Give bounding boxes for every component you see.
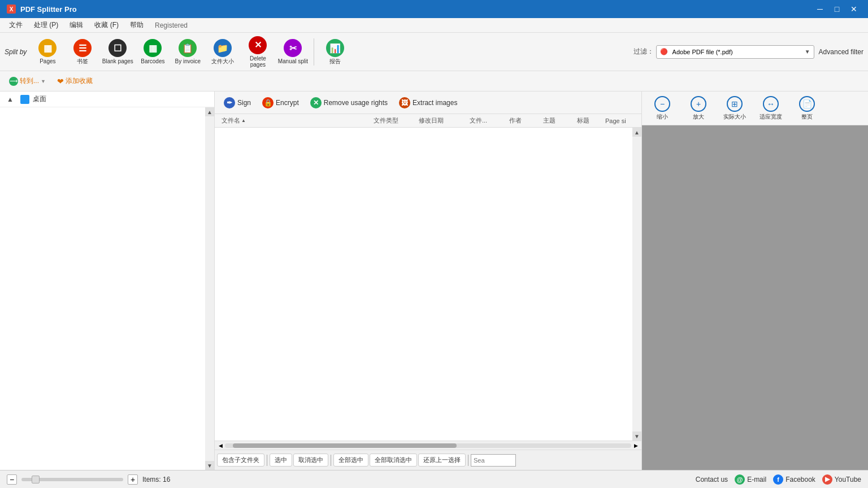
actual-size-icon: ⊞ xyxy=(727,96,743,112)
email-group: @ E-mail xyxy=(735,474,766,485)
toolbar-divider xyxy=(314,38,314,66)
advanced-filter-link[interactable]: Advanced filter xyxy=(819,48,863,56)
col-header-type[interactable]: 文件类型 xyxy=(371,116,416,125)
encrypt-label: Encrypt xyxy=(276,99,299,107)
encrypt-button[interactable]: 🔒 Encrypt xyxy=(258,95,303,111)
menu-help[interactable]: 帮助 xyxy=(125,19,148,31)
manual-split-icon: ✂ xyxy=(284,39,302,57)
close-button[interactable]: ✕ xyxy=(847,3,861,15)
fit-width-icon: ↔ xyxy=(763,96,779,112)
app-icon: X xyxy=(7,5,16,14)
tree-scroll-down-arrow[interactable]: ▼ xyxy=(205,461,214,470)
delete-pages-button[interactable]: ✕ Delete pages xyxy=(241,36,274,68)
file-size-label: 文件大小 xyxy=(211,58,234,64)
add-favorites-button[interactable]: ❤ 添加收藏 xyxy=(53,75,97,88)
by-invoice-button[interactable]: 📋 By invoice xyxy=(171,36,204,68)
list-scroll-down[interactable]: ▼ xyxy=(632,432,641,441)
col-header-subject[interactable]: 主题 xyxy=(541,116,575,125)
minimize-button[interactable]: ─ xyxy=(813,3,827,15)
zoom-slider-thumb[interactable] xyxy=(32,476,40,483)
zoom-slider-minus[interactable]: − xyxy=(7,474,17,485)
actual-size-button[interactable]: ⊞ 实际大小 xyxy=(719,94,750,123)
col-header-author[interactable]: 作者 xyxy=(507,116,541,125)
status-items-label: Items: 16 xyxy=(142,476,170,483)
select-button[interactable]: 选中 xyxy=(270,454,292,467)
tree-scroll-up-arrow[interactable]: ▲ xyxy=(205,107,214,116)
h-scroll-left[interactable]: ◀ xyxy=(216,442,225,450)
h-scroll-thumb[interactable] xyxy=(233,443,456,448)
goto-button[interactable]: ⟶ 转到... ▼ xyxy=(5,75,50,88)
col-pages-text: Page si xyxy=(605,117,626,124)
col-header-title[interactable]: 标题 xyxy=(575,116,603,125)
goto-arrow: ▼ xyxy=(41,79,46,84)
pages-button[interactable]: ▦ Pages xyxy=(31,36,64,68)
zoom-slider-plus[interactable]: + xyxy=(128,474,138,485)
barcodes-button[interactable]: ▦ Barcodes xyxy=(136,36,169,68)
manual-split-button[interactable]: ✂ Manual split xyxy=(276,36,309,68)
footer-divider-3 xyxy=(468,455,468,466)
maximize-button[interactable]: □ xyxy=(830,3,844,15)
fit-width-label: 适应宽度 xyxy=(760,113,782,121)
sign-button[interactable]: ✒ Sign xyxy=(219,95,255,111)
filter-dropdown-arrow: ▼ xyxy=(805,49,810,55)
file-list-body: ▲ ▼ xyxy=(215,128,641,441)
report-button[interactable]: 📊 报告 xyxy=(319,36,351,68)
menu-file[interactable]: 文件 xyxy=(5,19,27,31)
contact-us-link[interactable]: Contact us xyxy=(696,476,728,483)
status-right: Contact us @ E-mail f Facebook ▶ YouTube xyxy=(696,474,861,485)
deselect-button[interactable]: 取消选中 xyxy=(293,454,328,467)
select-all-button[interactable]: 全部选中 xyxy=(333,454,368,467)
footer-search-input[interactable] xyxy=(471,454,516,467)
youtube-icon[interactable]: ▶ xyxy=(822,474,832,485)
encrypt-icon: 🔒 xyxy=(262,97,274,108)
email-icon[interactable]: @ xyxy=(735,474,745,485)
col-date-text: 修改日期 xyxy=(419,116,444,125)
youtube-group: ▶ YouTube xyxy=(822,474,861,485)
facebook-icon[interactable]: f xyxy=(773,474,783,485)
blank-pages-button[interactable]: ☐ Blank pages xyxy=(101,36,134,68)
menu-process[interactable]: 处理 (P) xyxy=(29,19,63,31)
email-link[interactable]: E-mail xyxy=(747,476,766,483)
desktop-item[interactable]: 桌面 xyxy=(16,93,210,105)
fit-width-button[interactable]: ↔ 适应宽度 xyxy=(755,94,787,123)
facebook-link[interactable]: Facebook xyxy=(785,476,815,483)
footer-divider-2 xyxy=(331,455,331,466)
col-header-filename[interactable]: 文件名 ▲ xyxy=(219,116,371,125)
col-header-size[interactable]: 文件... xyxy=(467,116,507,125)
col-header-pages[interactable]: Page si xyxy=(603,117,637,124)
full-page-button[interactable]: 📄 整页 xyxy=(791,94,823,123)
extract-images-button[interactable]: 🖼 Extract images xyxy=(394,95,462,111)
file-tree-header: ▲ 桌面 xyxy=(0,91,214,107)
restore-prev-button[interactable]: 还原上一选择 xyxy=(418,454,466,467)
youtube-link[interactable]: YouTube xyxy=(835,476,861,483)
include-subfolders-button[interactable]: 包含子文件夹 xyxy=(217,454,264,467)
col-author-text: 作者 xyxy=(509,116,522,125)
h-scroll-right[interactable]: ▶ xyxy=(631,442,640,450)
items-count: 16 xyxy=(163,476,170,483)
filter-select[interactable]: 🔴 Adobe PDF file (*.pdf) ▼ xyxy=(656,45,814,59)
fav-label: 添加收藏 xyxy=(66,76,93,86)
full-page-label: 整页 xyxy=(801,113,813,121)
zoom-in-icon: + xyxy=(691,96,706,112)
manual-split-label: Manual split xyxy=(278,58,308,64)
full-page-icon: 📄 xyxy=(799,96,815,112)
remove-rights-button[interactable]: ✕ Remove usage rights xyxy=(306,95,392,111)
main-area: ▲ 桌面 ▲ ▼ ✒ Sign 🔒 Encrypt xyxy=(0,91,868,470)
zoom-in-button[interactable]: + 放大 xyxy=(683,94,714,123)
list-scroll-up[interactable]: ▲ xyxy=(632,128,641,137)
bookmarks-button[interactable]: ☰ 书签 xyxy=(66,36,99,68)
filter-pdf-icon: 🔴 xyxy=(660,48,668,55)
menu-edit[interactable]: 编辑 xyxy=(65,19,88,31)
tree-scroll-up[interactable]: ▲ xyxy=(5,94,16,105)
menu-bar: 文件 处理 (P) 编辑 收藏 (F) 帮助 Registered xyxy=(0,18,868,33)
zoom-out-button[interactable]: − 缩小 xyxy=(646,94,678,123)
deselect-all-button[interactable]: 全部取消选中 xyxy=(370,454,417,467)
menu-favorites[interactable]: 收藏 (F) xyxy=(90,19,123,31)
file-size-button[interactable]: 📁 文件大小 xyxy=(206,36,239,68)
col-header-date[interactable]: 修改日期 xyxy=(416,116,467,125)
pages-label: Pages xyxy=(40,58,55,64)
by-invoice-label: By invoice xyxy=(175,58,201,64)
blank-pages-label: Blank pages xyxy=(102,58,133,64)
report-icon: 📊 xyxy=(326,39,344,57)
remove-rights-icon: ✕ xyxy=(310,97,322,108)
